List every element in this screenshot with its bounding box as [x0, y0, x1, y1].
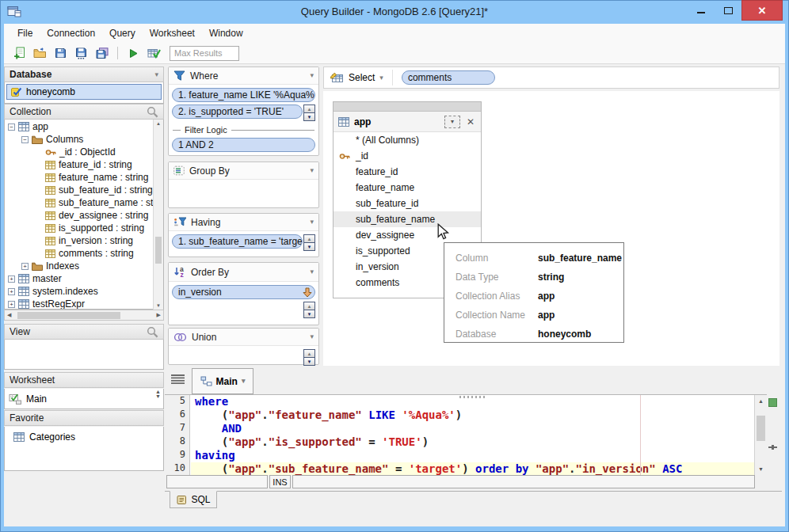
- database-item-honeycomb[interactable]: honeycomb: [6, 84, 162, 100]
- spin-down-button[interactable]: ▼: [303, 310, 315, 318]
- scroll-down-icon[interactable]: ▼: [154, 303, 163, 308]
- collapse-caret-icon[interactable]: ▾: [310, 218, 314, 226]
- condition-pill[interactable]: 1. feature_name LIKE '%Aqua%': [172, 88, 315, 102]
- card-dropdown-button[interactable]: ▾: [444, 116, 460, 128]
- collapse-caret-icon[interactable]: ▾: [310, 72, 314, 79]
- card-close-icon[interactable]: ✕: [465, 116, 476, 127]
- scroll-right-icon[interactable]: ▶: [157, 312, 161, 318]
- tree-item[interactable]: _id : ObjectId: [5, 146, 163, 158]
- filter-logic-pill[interactable]: 1 AND 2: [172, 138, 315, 152]
- card-header[interactable]: app ▾ ✕: [334, 112, 481, 132]
- condition-spinner[interactable]: ▲▼: [303, 104, 315, 121]
- plus-toggle-icon[interactable]: +: [8, 276, 15, 283]
- editor-vertical-scrollbar[interactable]: ▲ ▼: [754, 395, 767, 475]
- tab-sql[interactable]: SQL: [170, 491, 217, 508]
- menu-worksheet[interactable]: Worksheet: [143, 25, 202, 42]
- tree-item[interactable]: +system.indexes: [5, 285, 163, 298]
- code-line[interactable]: ("app"."is_supported" = 'TRUE'): [191, 435, 754, 449]
- tree-item[interactable]: +testRegExpr: [5, 298, 163, 310]
- tree-item[interactable]: feature_name : string: [5, 171, 163, 184]
- scroll-up-icon[interactable]: ▲: [154, 121, 163, 126]
- code-line[interactable]: having: [191, 449, 754, 462]
- max-results-input[interactable]: [170, 46, 239, 61]
- scroll-thumb[interactable]: [757, 416, 765, 441]
- editor-tab-main[interactable]: Main ▾: [192, 368, 253, 394]
- close-button[interactable]: ✕: [741, 0, 783, 21]
- title-bar[interactable]: Query Builder - MongoDB 2.6 [Query21]* ✕: [0, 0, 789, 24]
- menu-query[interactable]: Query: [102, 25, 143, 42]
- card-column-row[interactable]: _id: [334, 148, 481, 164]
- condition-pill[interactable]: 2. is_supported = 'TRUE': [172, 104, 303, 119]
- split-editor-handle[interactable]: [768, 446, 777, 448]
- order-by-panel-header[interactable]: az Order By ▾: [169, 263, 318, 282]
- tree-item[interactable]: feature_id : string: [5, 158, 163, 171]
- favorite-item-categories[interactable]: Categories: [5, 427, 163, 443]
- menu-connection[interactable]: Connection: [40, 25, 102, 42]
- menu-window[interactable]: Window: [202, 25, 250, 42]
- tree-item[interactable]: comments : string: [5, 247, 163, 260]
- union-panel-header[interactable]: Union ▾: [169, 329, 318, 346]
- worksheet-section-header[interactable]: Worksheet: [4, 372, 164, 388]
- group-by-panel-header[interactable]: Group By ▾: [169, 162, 318, 180]
- code-line[interactable]: AND: [191, 422, 754, 435]
- execute-query-button[interactable]: [146, 45, 162, 62]
- scroll-down-icon[interactable]: ▼: [755, 466, 767, 472]
- collapse-caret-icon[interactable]: ▾: [310, 333, 314, 340]
- card-column-row[interactable]: * (All Columns): [334, 132, 481, 148]
- minus-toggle-icon[interactable]: −: [8, 124, 15, 131]
- favorite-section-header[interactable]: Favorite: [4, 410, 164, 426]
- where-panel-header[interactable]: Where ▾: [169, 67, 318, 85]
- sql-editor[interactable]: 5678910 where ("app"."feature_name" LIKE…: [165, 394, 767, 475]
- spin-down-button[interactable]: ▼: [303, 242, 315, 251]
- code-line[interactable]: ("app"."feature_name" LIKE '%Aqua%'): [191, 408, 754, 422]
- condition-pill[interactable]: in_version: [172, 285, 315, 299]
- diagram-canvas[interactable]: app ▾ ✕ * (All Columns)_idfeature_idfeat…: [323, 91, 779, 366]
- spin-down-button[interactable]: ▼: [303, 357, 315, 366]
- tree-item[interactable]: +master: [5, 272, 163, 285]
- editor-menu-button[interactable]: [170, 374, 185, 388]
- card-column-row[interactable]: dev_assignee: [334, 227, 481, 243]
- tree-item[interactable]: in_version : string: [5, 234, 163, 247]
- splitter-grip[interactable]: [459, 396, 485, 398]
- minus-toggle-icon[interactable]: −: [21, 136, 29, 143]
- new-worksheet-button[interactable]: [11, 45, 28, 62]
- collection-section-header[interactable]: Collection: [4, 104, 164, 120]
- card-column-row[interactable]: sub_feature_id: [334, 196, 481, 211]
- tree-item[interactable]: −app: [5, 120, 163, 133]
- condition-pill[interactable]: 1. sub_feature_name = 'target': [172, 234, 303, 249]
- database-section-header[interactable]: Database ▾: [4, 66, 164, 82]
- having-panel-header[interactable]: Having ▾: [169, 214, 318, 231]
- save-button[interactable]: [52, 45, 69, 62]
- selected-column-pill[interactable]: comments: [402, 70, 495, 85]
- plus-toggle-icon[interactable]: +: [8, 288, 15, 295]
- tree-item[interactable]: sub_feature_id : string: [5, 184, 163, 196]
- plus-toggle-icon[interactable]: +: [8, 301, 15, 308]
- sort-desc-arrow-icon[interactable]: [303, 287, 312, 299]
- execute-button[interactable]: [125, 45, 142, 62]
- scroll-thumb[interactable]: [155, 237, 162, 264]
- tree-item[interactable]: +Indexes: [5, 260, 163, 272]
- select-label[interactable]: Select: [349, 72, 375, 83]
- maximize-button[interactable]: [715, 0, 741, 21]
- condition-spinner[interactable]: ▲▼: [303, 234, 315, 251]
- union-spinner[interactable]: ▲▼: [303, 349, 315, 366]
- tree-vertical-scrollbar[interactable]: ▲ ▼: [153, 120, 163, 310]
- card-column-row[interactable]: feature_id: [334, 164, 481, 180]
- code-line[interactable]: ("app"."sub_feature_name" = 'target') or…: [191, 462, 754, 475]
- dropdown-caret-icon[interactable]: ▾: [242, 378, 246, 385]
- save-all-button[interactable]: [93, 45, 110, 62]
- dropdown-caret-icon[interactable]: ▾: [379, 74, 383, 82]
- tree-item[interactable]: is_supported : string: [5, 222, 163, 234]
- save-as-button[interactable]: [73, 45, 90, 62]
- scroll-thumb[interactable]: [17, 312, 120, 319]
- menu-file[interactable]: File: [10, 25, 40, 42]
- scroll-left-icon[interactable]: ◀: [7, 312, 11, 318]
- spin-down-button[interactable]: ▼: [303, 112, 315, 121]
- minimize-button[interactable]: [688, 0, 715, 21]
- plus-toggle-icon[interactable]: +: [21, 263, 29, 270]
- view-section-header[interactable]: View: [4, 324, 164, 340]
- open-button[interactable]: [32, 45, 48, 62]
- tree-item[interactable]: −Columns: [5, 133, 163, 146]
- tree-item[interactable]: dev_assignee : string: [5, 209, 163, 222]
- card-column-row[interactable]: feature_name: [334, 180, 481, 196]
